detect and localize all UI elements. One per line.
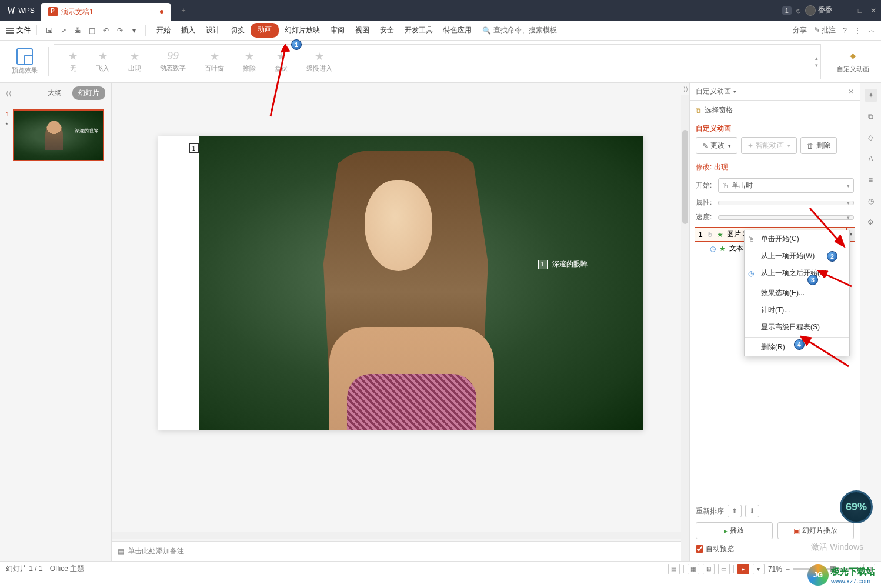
slide-canvas[interactable]: 1 1 深邃的眼眸 (158, 136, 643, 430)
menu-5[interactable]: 幻灯片放映 (280, 23, 325, 38)
anim-preset-5[interactable]: ★擦除 (235, 49, 264, 74)
new-tab-button[interactable]: ＋ (175, 2, 192, 19)
slide-image[interactable]: 1 深邃的眼眸 (199, 136, 643, 430)
notification-badge[interactable]: 1 (782, 6, 792, 15)
undo-icon[interactable]: ↶ (101, 25, 111, 36)
maximize-button[interactable]: □ (858, 6, 862, 15)
animation-gallery[interactable]: ★无★飞入★出现99动态数字★百叶窗★擦除★盒状★缓慢进入 ▴ ▾ (54, 44, 821, 79)
print-icon[interactable]: 🖶 (72, 25, 83, 36)
text-sidebar-icon[interactable]: A (865, 152, 877, 165)
menu-2[interactable]: 设计 (201, 23, 225, 38)
menu-1[interactable]: 插入 (176, 23, 200, 38)
ribbon: 预览效果 ★无★飞入★出现99动态数字★百叶窗★擦除★盒状★缓慢进入 ▴ ▾ ✦… (0, 41, 881, 83)
collapse-right-icon[interactable]: ⟩⟩ (683, 86, 688, 92)
anim-preset-7[interactable]: ★缓慢进入 (298, 49, 341, 74)
menu-6[interactable]: 审阅 (326, 23, 349, 38)
settings-sidebar-icon[interactable]: ⚙ (865, 216, 877, 229)
slide-text[interactable]: 1 深邃的眼眸 (538, 259, 588, 269)
cm-after-previous[interactable]: ◷从上一项之后开始(A) (745, 265, 849, 282)
zoom-out-button[interactable]: − (786, 565, 790, 573)
smart-animation-button[interactable]: ✦智能动画▾ (741, 137, 797, 154)
change-button[interactable]: ✎更改▾ (696, 137, 737, 154)
cm-effect-options[interactable]: 效果选项(E)... (745, 285, 849, 302)
star-icon: ★ (315, 50, 324, 63)
menu-4[interactable]: 动画 (251, 23, 279, 38)
zoom-level[interactable]: 71% (768, 565, 782, 573)
animation-sidebar-icon[interactable]: ✦ (865, 89, 877, 102)
star-icon: ★ (276, 50, 286, 63)
gift-icon[interactable]: ⎋ (796, 6, 800, 15)
delete-button[interactable]: 🗑删除 (800, 137, 837, 154)
move-down-button[interactable]: ⬇ (745, 505, 759, 517)
export-icon[interactable]: ↗ (58, 25, 69, 36)
slide-thumbnail-1[interactable]: 1 ⋆ 深邃的眼眸 (13, 109, 104, 161)
cm-click-start[interactable]: 🖱单击开始(C) (745, 230, 849, 248)
align-sidebar-icon[interactable]: ≡ (865, 173, 877, 186)
qat-dropdown-icon[interactable]: ▾ (129, 25, 139, 36)
menu-9[interactable]: 开发工具 (400, 23, 438, 38)
gallery-down-icon[interactable]: ▾ (815, 62, 818, 68)
scrollbar-vertical[interactable] (681, 95, 689, 561)
select-pane-button[interactable]: ⧉ 选择窗格 (690, 101, 860, 120)
layers-sidebar-icon[interactable]: ⧉ (865, 110, 877, 123)
slides-tab[interactable]: 幻灯片 (72, 86, 105, 100)
ribbon-options-icon[interactable]: ⋮ (854, 26, 861, 35)
minimize-button[interactable]: — (843, 6, 850, 15)
anim-preset-1[interactable]: ★飞入 (88, 49, 118, 74)
shape-sidebar-icon[interactable]: ◇ (865, 131, 877, 144)
cm-advanced-timeline[interactable]: 显示高级日程表(S) (745, 319, 849, 336)
command-search[interactable]: 🔍 查找命令、搜索模板 (482, 25, 557, 35)
menu-0[interactable]: 开始 (152, 23, 175, 38)
animation-order-box-1[interactable]: 1 (189, 143, 199, 153)
menu-7[interactable]: 视图 (351, 23, 374, 38)
star-icon: ★ (68, 50, 78, 63)
slide-number: 1 (6, 111, 9, 118)
notes-pane[interactable]: ▤ 单击此处添加备注 (112, 541, 681, 561)
notes-view-icon[interactable]: ▤ (668, 564, 680, 574)
menu-10[interactable]: 特色应用 (439, 23, 476, 38)
play-slideshow-button[interactable]: ▸ (737, 564, 749, 574)
thumbnail-image: 深邃的眼眸 (14, 111, 103, 160)
redo-icon[interactable]: ↷ (115, 25, 125, 36)
outline-tab[interactable]: 大纲 (42, 86, 68, 100)
custom-animation-button[interactable]: ✦ 自定义动画 (831, 47, 875, 76)
anim-preset-0[interactable]: ★无 (60, 49, 86, 74)
anim-preset-3[interactable]: 99动态数字 (152, 49, 194, 74)
play-icon: ▸ (724, 527, 728, 535)
comment-button[interactable]: ✎ 批注 (814, 25, 836, 35)
sorter-view-icon[interactable]: ⊞ (703, 564, 715, 574)
collapse-panel-icon[interactable]: ⟨⟨ (6, 89, 12, 98)
document-tab[interactable]: 演示文稿1 (41, 3, 171, 21)
help-icon[interactable]: ? (843, 26, 847, 35)
reading-view-icon[interactable]: ▭ (718, 564, 730, 574)
slideshow-button[interactable]: ▣幻灯片播放 (777, 522, 855, 539)
cm-timing[interactable]: 计时(T)... (745, 302, 849, 319)
slideshow-dropdown-icon[interactable]: ▾ (753, 564, 765, 574)
star-icon: ★ (245, 50, 254, 63)
anim-preset-2[interactable]: ★出现 (120, 49, 149, 74)
file-menu[interactable]: 文件 (6, 25, 37, 35)
sparkle-icon: ✦ (747, 142, 753, 150)
play-button[interactable]: ▸播放 (696, 522, 773, 539)
close-button[interactable]: ✕ (870, 6, 876, 15)
save-icon[interactable]: 🖫 (44, 25, 55, 36)
share-button[interactable]: 分享 (793, 25, 807, 35)
move-up-button[interactable]: ⬆ (728, 505, 742, 517)
scrollbar-horizontal[interactable] (112, 532, 681, 539)
menu-3[interactable]: 切换 (226, 23, 249, 38)
start-select[interactable]: 🖱单击时 (718, 178, 854, 193)
gallery-up-icon[interactable]: ▴ (815, 55, 818, 61)
anim-preset-4[interactable]: ★百叶窗 (196, 49, 232, 74)
menu-8[interactable]: 安全 (375, 23, 399, 38)
preview-effect-button[interactable]: 预览效果 (6, 46, 44, 77)
print-preview-icon[interactable]: ◫ (86, 25, 97, 36)
collapse-ribbon-icon[interactable]: ︿ (868, 25, 875, 35)
user-avatar[interactable]: 香香 (805, 5, 832, 16)
site-watermark: JG 极光下载站 www.xz7.com (807, 564, 875, 586)
normal-view-icon[interactable]: ▦ (688, 564, 699, 574)
history-sidebar-icon[interactable]: ◷ (865, 195, 877, 208)
anim-preset-6[interactable]: ★盒状 (266, 49, 296, 74)
star-icon: ★ (717, 230, 723, 239)
slides-panel: ⟨⟨ 大纲 幻灯片 1 ⋆ 深邃的眼眸 (0, 83, 112, 561)
close-pane-icon[interactable]: ✕ (848, 88, 854, 96)
